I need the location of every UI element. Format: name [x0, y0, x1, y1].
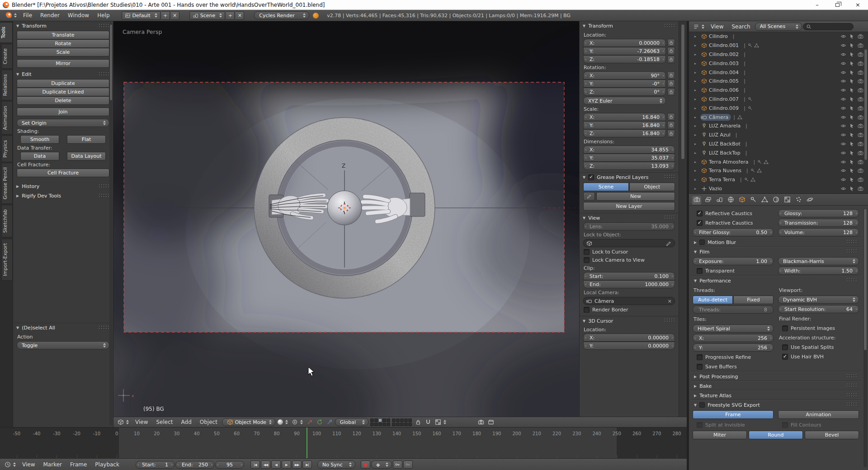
outliner-item-cilindro-007[interactable]: ▸Cilindro.007| [689, 95, 868, 104]
renderable-icon[interactable] [858, 70, 863, 75]
render-engine-dropdown[interactable]: Cycles Render [254, 11, 309, 19]
visibility-icon[interactable] [840, 33, 846, 39]
outliner-item-cilindro-003[interactable]: ▸Cilindro.003| [689, 59, 868, 68]
freestyle-svg-panel-header[interactable]: ▼Freestyle SVG Export [691, 400, 861, 409]
add-screen-layout-button[interactable]: + [161, 11, 170, 20]
viewport-menu-add[interactable]: Add [178, 419, 195, 425]
scene-lock-icon[interactable] [414, 418, 423, 426]
tool-tab-grease-pencil[interactable]: Grease Pencil [1, 163, 13, 204]
freestyle-frame-button[interactable]: Frame [693, 410, 774, 419]
new-layer-button[interactable]: New Layer [583, 202, 675, 211]
motion-blur-checkbox[interactable] [699, 240, 705, 245]
opengl-render-image-button[interactable] [476, 418, 486, 426]
lock-scale-x-icon[interactable] [667, 113, 675, 121]
layer-toggle[interactable] [382, 418, 386, 422]
delete-keyframe-button[interactable] [403, 461, 413, 469]
selectable-icon[interactable] [849, 105, 855, 111]
gpencil-scene-toggle[interactable]: Scene [583, 183, 629, 191]
renderable-icon[interactable] [858, 105, 863, 111]
selectable-icon[interactable] [849, 87, 855, 93]
rotation-mode-dropdown[interactable]: XYZ Euler [583, 97, 666, 105]
outliner-item-terra-terra[interactable]: ▸Terra Terra| [689, 175, 868, 184]
join-button[interactable]: Join [17, 108, 109, 116]
manipulator-translate-toggle[interactable] [305, 418, 314, 426]
rotation-z-field[interactable]: Z:0° [583, 88, 666, 96]
scale-x-field[interactable]: X:16.840 [583, 113, 666, 121]
transparent-checkbox[interactable]: Transparent [693, 267, 774, 275]
current-frame-field[interactable]: 95 [215, 461, 244, 469]
layer-toggle[interactable] [400, 418, 404, 422]
timeline-menu-marker[interactable]: Marker [39, 461, 65, 468]
panel-grip[interactable] [847, 374, 858, 379]
gpencil-draw-icon[interactable] [583, 192, 595, 201]
layer-toggle[interactable] [374, 423, 378, 426]
lock-to-object-field[interactable] [583, 239, 675, 247]
threads-fixed-button[interactable]: Fixed [733, 296, 774, 304]
tile-y-field[interactable]: Y:256 [693, 343, 774, 352]
next-keyframe-button[interactable]: ▶▶ [292, 461, 302, 469]
mode-dropdown[interactable]: Object Mode [222, 418, 275, 426]
visibility-icon[interactable] [840, 61, 846, 66]
location-z-field[interactable]: Z:-0.18518 [583, 55, 666, 63]
play-reverse-button[interactable]: ◀ [271, 461, 281, 469]
outliner-item-cilindro-006[interactable]: ▸Cilindro.006| [689, 86, 868, 95]
visibility-icon[interactable] [840, 78, 846, 84]
cursor-panel-header[interactable]: ▼3D Cursor [580, 316, 679, 325]
selectable-icon[interactable] [849, 141, 855, 147]
gpencil-object-toggle[interactable]: Object [629, 183, 675, 191]
outliner-menu-search[interactable]: Search [728, 24, 754, 30]
action-dropdown[interactable]: Toggle [17, 341, 109, 349]
film-panel-header[interactable]: ▼Film [691, 247, 861, 256]
properties-tab-particles[interactable] [793, 195, 803, 205]
disclosure-icon[interactable]: ▸ [694, 178, 699, 182]
selectable-icon[interactable] [849, 159, 855, 165]
renderable-icon[interactable] [858, 96, 863, 102]
lock-location-y-icon[interactable] [667, 47, 675, 55]
renderable-icon[interactable] [858, 177, 863, 183]
history-panel-header[interactable]: ▶History [13, 182, 113, 191]
bake-panel-header[interactable]: ▶Bake [691, 381, 861, 390]
renderable-icon[interactable] [858, 114, 863, 120]
selectable-icon[interactable] [849, 168, 855, 174]
selectable-icon[interactable] [849, 177, 855, 183]
screen-layout-dropdown[interactable]: Default [122, 11, 160, 20]
snap-element-dropdown[interactable] [434, 418, 448, 426]
visibility-icon[interactable] [840, 114, 846, 120]
gpencil-new-button[interactable]: New [596, 192, 675, 201]
outliner-item-luz-backtop[interactable]: ▸LUZ BackTop| [689, 148, 868, 157]
menu-file[interactable]: File [19, 12, 36, 19]
close-button[interactable]: × [848, 0, 868, 9]
render-border-checkbox[interactable]: Render Border [580, 306, 679, 314]
edit-panel-header[interactable]: ▼Edit [13, 70, 113, 79]
properties-tab-world[interactable] [726, 195, 736, 205]
disclosure-icon[interactable]: ▸ [694, 79, 699, 83]
disclosure-icon[interactable]: ▸ [694, 160, 699, 164]
transform-panel-header[interactable]: ▼Transform [13, 21, 113, 31]
outliner-scrollbar[interactable] [864, 33, 868, 193]
editor-type-outliner-icon[interactable] [691, 23, 706, 30]
panel-grip[interactable] [847, 249, 858, 254]
visibility-icon[interactable] [840, 132, 846, 138]
layer-toggle[interactable] [400, 423, 404, 426]
fill-contours-checkbox[interactable]: Fill Contours [778, 421, 859, 429]
duplicate-linked-button[interactable]: Duplicate Linked [17, 88, 109, 96]
layer-toggle[interactable] [374, 418, 378, 422]
disclosure-icon[interactable]: ▸ [694, 142, 699, 146]
disclosure-icon[interactable]: ▸ [694, 88, 699, 92]
visibility-icon[interactable] [840, 96, 846, 102]
lock-location-z-icon[interactable] [667, 56, 675, 63]
cursor-y-field[interactable]: Y:0.00000 [583, 342, 675, 350]
properties-tab-render-layers[interactable] [703, 195, 713, 205]
rotation-x-field[interactable]: X:90° [583, 71, 666, 80]
viewport-menu-select[interactable]: Select [152, 419, 176, 425]
layer-toggle[interactable] [396, 423, 400, 426]
menu-render[interactable]: Render [37, 12, 63, 19]
timeline-menu-frame[interactable]: Frame [66, 461, 90, 468]
volume-bounces-field[interactable]: Volume:128 [778, 228, 859, 236]
dimension-x-field[interactable]: X:34.855 [583, 146, 675, 154]
shade-flat-button[interactable]: Flat [67, 135, 106, 144]
location-y-field[interactable]: Y:-7.26063 [583, 47, 666, 55]
panel-grip[interactable] [847, 240, 858, 244]
panel-grip[interactable] [847, 403, 858, 407]
outliner-item-cilindro-009[interactable]: ▸Cilindro.009| [689, 103, 868, 113]
